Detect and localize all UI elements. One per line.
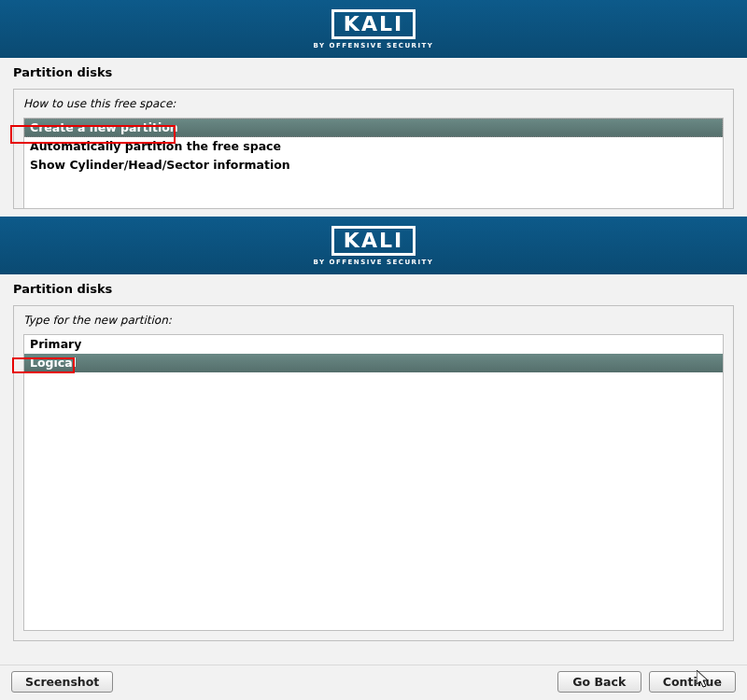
option-create-new-partition[interactable]: Create a new partition — [24, 119, 723, 137]
option-primary[interactable]: Primary — [24, 335, 723, 354]
continue-button[interactable]: Continue — [649, 671, 736, 693]
screen2-container: KALI BY OFFENSIVE SECURITY Partition dis… — [0, 217, 747, 641]
kali-logo-text: KALI — [331, 9, 416, 39]
screen2-title: Partition disks — [0, 274, 747, 305]
kali-logo: KALI BY OFFENSIVE SECURITY — [314, 226, 434, 266]
kali-logo-subtitle: BY OFFENSIVE SECURITY — [314, 259, 434, 266]
screen1-panel: How to use this free space: Create a new… — [13, 89, 734, 209]
screen2-option-list: Primary Logical — [23, 334, 724, 631]
footer-bar: Screenshot Go Back Continue — [0, 665, 747, 700]
screen1-title: Partition disks — [0, 58, 747, 89]
screen2-panel: Type for the new partition: Primary Logi… — [13, 305, 734, 641]
option-auto-partition[interactable]: Automatically partition the free space — [24, 137, 723, 156]
screenshot-button[interactable]: Screenshot — [11, 671, 113, 693]
go-back-button[interactable]: Go Back — [557, 671, 641, 693]
screen2-banner: KALI BY OFFENSIVE SECURITY — [0, 217, 747, 274]
kali-logo: KALI BY OFFENSIVE SECURITY — [314, 9, 434, 49]
kali-logo-text: KALI — [331, 226, 416, 256]
screen1-option-list: Create a new partition Automatically par… — [23, 118, 724, 208]
screen1-banner: KALI BY OFFENSIVE SECURITY — [0, 0, 747, 58]
screen1-prompt: How to use this free space: — [23, 97, 724, 110]
option-show-chs[interactable]: Show Cylinder/Head/Sector information — [24, 156, 723, 175]
screen2-prompt: Type for the new partition: — [23, 314, 724, 327]
option-logical[interactable]: Logical — [24, 354, 723, 372]
kali-logo-subtitle: BY OFFENSIVE SECURITY — [314, 42, 434, 49]
